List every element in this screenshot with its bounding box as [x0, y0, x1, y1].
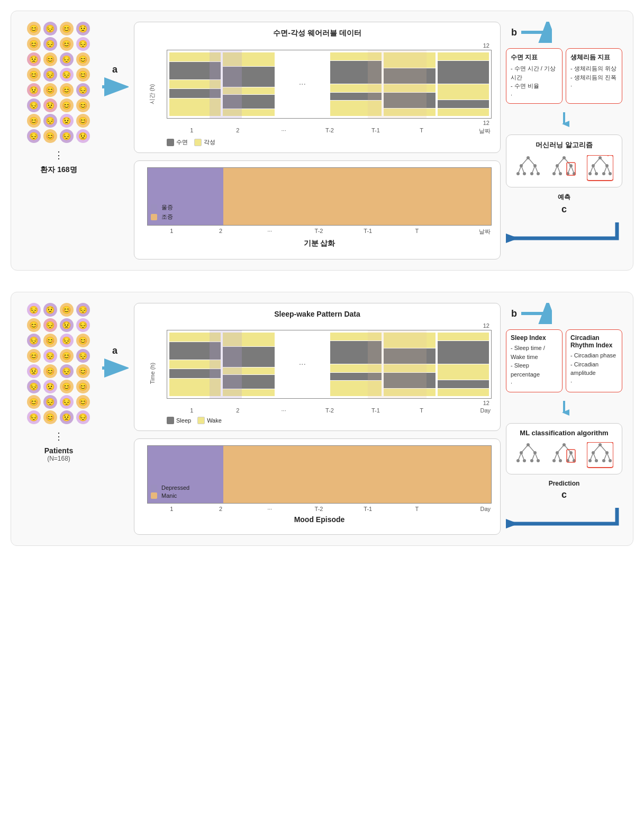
bottom-y-12-top: 12 [167, 322, 492, 329]
bottom-legend-sleep: Sleep [167, 417, 191, 424]
top-flow-wrapper: 😊 😔 😊 😟 😊 😔 😊 😔 😟 😊 😔 😊 😊 [22, 22, 622, 259]
bottom-mood-x-labels: 1 2 ··· T-2 T-1 T Day [147, 506, 492, 512]
b-emoji-21: 😔 [27, 380, 41, 393]
bottom-wake-color [197, 417, 205, 424]
svg-point-39 [605, 164, 609, 167]
b-emoji-17: 😟 [27, 364, 41, 378]
bottom-a-arrow: a [101, 303, 129, 378]
top-mood-chart-box: 울증 조증 1 2 ··· [134, 160, 501, 259]
svg-point-63 [537, 459, 540, 462]
bottom-label-c: c [561, 489, 567, 500]
top-center-section: 수면-각성 웨어러블 데이터 시간 (h) 12 [134, 22, 501, 259]
top-label-a: a [112, 64, 117, 75]
bottom-sleep-chart-wrapper: Time (h) 12 [143, 322, 492, 424]
b-bar-t2 [330, 333, 382, 396]
bottom-dep-color [151, 485, 157, 491]
svg-point-40 [588, 172, 592, 175]
bottom-tree-2 [551, 442, 577, 469]
svg-point-38 [592, 164, 595, 167]
bottom-chart-title: Sleep-wake Pattern Data [143, 310, 492, 318]
top-date-label: 날짜 [445, 127, 492, 135]
bottom-index-boxes: Sleep Index - Sleep time / Wake time - S… [506, 329, 622, 392]
bottom-center-section: Sleep-wake Pattern Data Time (h) 12 [134, 303, 501, 535]
top-legend-sleep: 수면 [167, 138, 188, 146]
bottom-tree-3 [587, 442, 613, 469]
emoji-8: 😔 [76, 37, 90, 51]
top-sleep-color [167, 139, 174, 146]
top-bar-groups: ··· [167, 50, 491, 118]
top-ml-box: 머신러닝 알고리즘 [506, 134, 622, 187]
svg-point-26 [552, 172, 556, 175]
bottom-legend-wake: Wake [197, 417, 222, 424]
svg-point-42 [602, 172, 605, 175]
top-mood-legend: 울증 조증 [151, 203, 173, 221]
svg-point-37 [598, 156, 602, 159]
emoji-3: 😊 [60, 22, 74, 35]
b-emoji-10: 😊 [43, 334, 57, 347]
emoji-28: 😊 [76, 114, 90, 128]
top-index-boxes: 수면 지표 - 수면 시간 / 기상시간 - 수면 비율 · 생체리듬 지표 -… [506, 48, 622, 104]
b-bar-t [438, 333, 489, 396]
top-bar-2 [223, 52, 274, 116]
b-emoji-4: 😔 [76, 303, 90, 317]
svg-point-11 [520, 164, 523, 167]
bottom-dots: ⋮ [54, 431, 64, 442]
b-emoji-16: 😔 [76, 349, 90, 363]
svg-point-89 [602, 459, 605, 462]
b-emoji-27: 😔 [60, 395, 74, 409]
bottom-mood-title: Mood Episode [147, 515, 492, 524]
main-container: 😊 😔 😊 😟 😊 😔 😊 😔 😟 😊 😔 😊 😊 [11, 11, 633, 546]
bottom-label-b: b [511, 308, 517, 319]
emoji-23: 😊 [60, 98, 74, 112]
b-emoji-14: 😔 [43, 349, 57, 363]
b-emoji-9: 😔 [27, 334, 41, 347]
b-emoji-31: 😟 [60, 410, 74, 424]
b-emoji-8: 😔 [76, 318, 90, 332]
b-bar-2 [223, 333, 274, 396]
bottom-label-a: a [112, 345, 117, 356]
svg-point-71 [556, 451, 559, 454]
bottom-diagram-section: 😔 😟 😊 😔 😊 😔 😟 😔 😔 😊 😔 😊 😊 😔 😊 😔 [11, 292, 633, 546]
b-bar-dots: ··· [277, 333, 328, 396]
b-emoji-25: 😊 [27, 395, 41, 409]
top-legend-wake: 각성 [194, 138, 215, 146]
b-emoji-13: 😊 [27, 349, 41, 363]
svg-point-27 [559, 172, 562, 175]
svg-point-74 [559, 459, 562, 462]
top-bar-1 [169, 52, 221, 116]
top-b-row: b [511, 22, 552, 43]
emoji-31: 😔 [60, 129, 74, 143]
top-down-arrow [506, 109, 622, 129]
b-emoji-3: 😊 [60, 303, 74, 317]
bottom-sleep-chart-box: Sleep-wake Pattern Data Time (h) 12 [134, 303, 501, 431]
bottom-mood-date: Day [441, 506, 492, 512]
top-sleep-bars: ··· [167, 50, 492, 119]
top-dots: ⋮ [54, 149, 64, 161]
bottom-manic-bar [223, 446, 491, 503]
top-mood-date: 날짜 [441, 228, 492, 236]
b-emoji-11: 😔 [60, 334, 74, 347]
svg-point-16 [537, 172, 540, 175]
bottom-mood-chart-box: Depressed Manic 1 2 ··· [134, 438, 501, 535]
bottom-manic-color [151, 492, 157, 499]
top-dep-color [151, 204, 157, 211]
bottom-x-labels: 1 2 ··· T-2 T-1 T Day [167, 407, 492, 414]
bottom-down-arrow-svg [559, 400, 569, 416]
emoji-19: 😊 [60, 83, 74, 97]
top-diagram-section: 😊 😔 😊 😟 😊 😔 😊 😔 😟 😊 😔 😊 😊 [11, 11, 633, 271]
b-bar-t1 [384, 333, 435, 396]
emoji-24: 😊 [76, 98, 90, 112]
bottom-prediction-label: Prediction [549, 480, 580, 487]
bottom-sleep-bars: ··· [167, 330, 492, 399]
emoji-6: 😔 [43, 37, 57, 51]
top-mood-title: 기분 삽화 [147, 239, 492, 248]
top-right-column: b 수면 지표 - 수면 시간 / [506, 22, 622, 244]
svg-point-25 [569, 164, 573, 167]
top-tree-2 [551, 155, 577, 182]
emoji-16: 😊 [76, 68, 90, 82]
emoji-25: 😊 [27, 114, 41, 128]
top-patient-panel: 😊 😔 😊 😟 😊 😔 😊 😔 😟 😊 😔 😊 😊 [22, 22, 96, 175]
b-emoji-29: 😔 [27, 410, 41, 424]
top-label-b: b [511, 27, 517, 38]
top-chart-title: 수면-각성 웨어러블 데이터 [143, 29, 492, 38]
